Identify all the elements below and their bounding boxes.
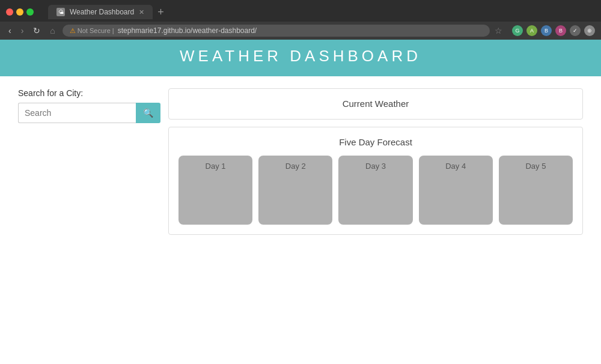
forecast-cards: Day 1 Day 2 Day 3 Day 4 Day 5 bbox=[178, 156, 573, 225]
day3-label: Day 3 bbox=[365, 162, 386, 171]
extension-icon-6[interactable]: ⊕ bbox=[584, 25, 595, 36]
home-button[interactable]: ⌂ bbox=[47, 25, 57, 37]
tab-bar: 🌤 Weather Dashboard ✕ + bbox=[48, 5, 595, 19]
extension-icon-5[interactable]: ✓ bbox=[570, 25, 581, 36]
search-label: Search for a City: bbox=[18, 88, 156, 98]
traffic-lights bbox=[6, 8, 34, 16]
forward-button[interactable]: › bbox=[19, 25, 26, 37]
extension-icon-3[interactable]: B bbox=[541, 25, 552, 36]
nav-bar: ‹ › ↻ ⌂ ⚠ Not Secure | stephmarie17.gith… bbox=[0, 22, 601, 40]
page-header: WEATHER DASHBOARD bbox=[0, 36, 601, 76]
back-button[interactable]: ‹ bbox=[6, 25, 14, 37]
day5-label: Day 5 bbox=[525, 162, 546, 171]
extension-icon-1[interactable]: G bbox=[512, 25, 523, 36]
security-label: Not Secure bbox=[78, 27, 111, 34]
search-input[interactable] bbox=[18, 103, 136, 123]
security-badge: ⚠ Not Secure | bbox=[70, 27, 114, 35]
url-text: stephmarie17.github.io/weather-dashboard… bbox=[118, 26, 257, 35]
minimize-window-button[interactable] bbox=[16, 8, 23, 16]
forecast-card-day2: Day 2 bbox=[258, 156, 332, 225]
browser-chrome: 🌤 Weather Dashboard ✕ + ‹ › ↻ ⌂ ⚠ Not Se… bbox=[0, 0, 601, 36]
tab-favicon: 🌤 bbox=[56, 8, 65, 16]
current-weather-title: Current Weather bbox=[343, 99, 409, 109]
bookmark-icon[interactable]: ☆ bbox=[495, 26, 502, 35]
active-tab[interactable]: 🌤 Weather Dashboard ✕ bbox=[48, 5, 153, 19]
url-separator: | bbox=[112, 27, 114, 34]
forecast-card-day1: Day 1 bbox=[178, 156, 252, 225]
search-row: 🔍 bbox=[18, 103, 156, 123]
tab-close-button[interactable]: ✕ bbox=[139, 8, 144, 16]
page-content: WEATHER DASHBOARD Search for a City: 🔍 C… bbox=[0, 36, 601, 364]
url-bar[interactable]: ⚠ Not Secure | stephmarie17.github.io/we… bbox=[63, 25, 490, 37]
search-button[interactable]: 🔍 bbox=[136, 103, 160, 123]
forecast-section: Five Day Forecast Day 1 Day 2 Day 3 Day … bbox=[168, 127, 583, 235]
close-window-button[interactable] bbox=[6, 8, 13, 16]
tab-title: Weather Dashboard bbox=[70, 8, 134, 16]
search-icon: 🔍 bbox=[143, 108, 153, 118]
maximize-window-button[interactable] bbox=[26, 8, 34, 16]
forecast-card-day4: Day 4 bbox=[419, 156, 493, 225]
new-tab-button[interactable]: + bbox=[153, 6, 169, 19]
reload-button[interactable]: ↻ bbox=[31, 25, 43, 37]
forecast-card-day3: Day 3 bbox=[338, 156, 412, 225]
forecast-title: Five Day Forecast bbox=[178, 137, 573, 147]
day4-label: Day 4 bbox=[445, 162, 466, 171]
day2-label: Day 2 bbox=[285, 162, 306, 171]
day1-label: Day 1 bbox=[206, 162, 226, 171]
extension-icon-4[interactable]: B bbox=[555, 25, 566, 36]
title-bar: 🌤 Weather Dashboard ✕ + bbox=[0, 0, 601, 22]
left-panel: Search for a City: 🔍 bbox=[18, 88, 156, 235]
forecast-card-day5: Day 5 bbox=[499, 156, 573, 225]
warning-icon: ⚠ bbox=[70, 27, 76, 35]
main-content: Search for a City: 🔍 Current Weather Fiv… bbox=[0, 76, 601, 247]
page-title: WEATHER DASHBOARD bbox=[0, 47, 601, 65]
right-panel: Current Weather Five Day Forecast Day 1 … bbox=[168, 88, 583, 235]
toolbar-icons: G A B B ✓ ⊕ bbox=[512, 25, 595, 36]
extension-icon-2[interactable]: A bbox=[526, 25, 537, 36]
current-weather-section: Current Weather bbox=[168, 88, 583, 120]
